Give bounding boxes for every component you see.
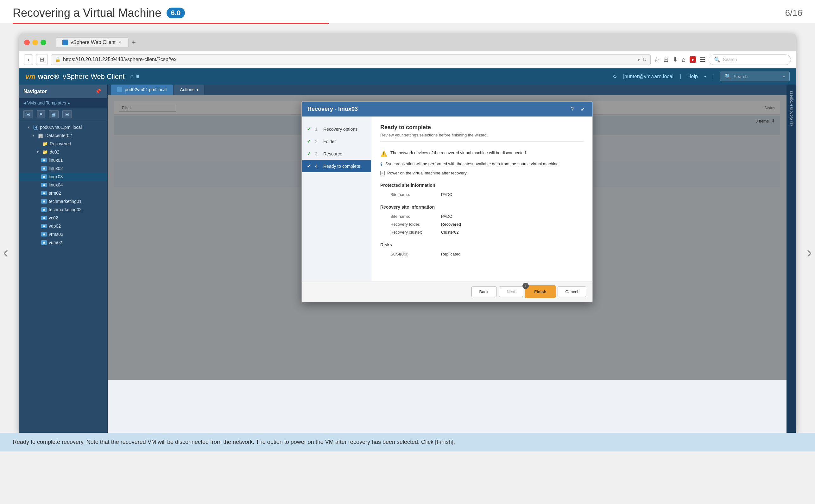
caption-bar: Ready to complete recovery. Note that th…: [0, 433, 815, 451]
protected-site-name-row: Site name: PADC: [381, 191, 583, 198]
expand-icon: ▾: [32, 133, 36, 138]
info-icon: ℹ: [380, 161, 382, 167]
prev-arrow[interactable]: ‹: [3, 243, 8, 261]
url-bar[interactable]: 🔒 https://10.20.181.225:9443/vsphere-cli…: [51, 54, 651, 65]
search-icon: 🔍: [714, 57, 720, 63]
step-1[interactable]: ✓ 1 Recovery options: [302, 123, 371, 135]
page-header: Recovering a Virtual Machine 6.0 6/16: [0, 0, 815, 23]
info-row: ℹ Synchronization will be performed with…: [380, 160, 584, 169]
vm-icon: ▣: [41, 216, 47, 220]
vm-icon: ▣: [41, 158, 47, 162]
maximize-button[interactable]: [41, 40, 46, 45]
close-button[interactable]: [24, 40, 30, 45]
tree-item-vrms02[interactable]: ▣ vrms02: [19, 230, 107, 238]
star-icon[interactable]: ☆: [654, 56, 660, 63]
protected-site-heading: Protected site information: [380, 183, 584, 188]
tree-item-linux04[interactable]: ▣ linux04: [19, 181, 107, 189]
browser-toolbar: ‹ ⊞ 🔒 https://10.20.181.225:9443/vsphere…: [19, 51, 796, 68]
tree-item-dc02-sub[interactable]: ▾ 📁 dc02: [19, 148, 107, 156]
tab-close-icon[interactable]: ✕: [118, 40, 122, 45]
home-icon[interactable]: ⌂: [682, 56, 685, 63]
browser-tab[interactable]: vSphere Web Client ✕: [56, 37, 129, 47]
tree-container: ▾ H pod02vm01.pml.local ▾ 🏢 Datacenter02…: [19, 121, 107, 249]
finish-container: 1 Finish: [526, 286, 555, 298]
main-tab-active[interactable]: pod02vm01.pml.local: [111, 85, 173, 95]
refresh-icon[interactable]: ↻: [642, 57, 647, 63]
vsphere-search-bar[interactable]: 🔍 Search ▾: [720, 72, 790, 81]
chevron-left-icon: ◂: [23, 100, 26, 105]
protected-site-table: Site name: PADC: [380, 190, 584, 199]
nav-icon-3[interactable]: ▦: [49, 110, 59, 118]
tree-item-vum02[interactable]: ▣ vum02: [19, 238, 107, 247]
vm-icon: ▣: [41, 199, 47, 204]
cancel-button[interactable]: Cancel: [558, 287, 586, 297]
disk-row: SCSI(0:0) Replicated: [381, 250, 583, 258]
tree-item-techmarketing02[interactable]: ▣ techmarketing02: [19, 205, 107, 214]
dialog-help-button[interactable]: ?: [569, 105, 576, 113]
step-2[interactable]: ✓ 2 Folder: [302, 135, 371, 148]
tree-item-host[interactable]: ▾ H pod02vm01.pml.local: [19, 123, 107, 131]
refresh-vsphere-icon[interactable]: ↻: [613, 73, 617, 79]
tree-item-srm02[interactable]: ▣ srm02: [19, 189, 107, 197]
work-in-progress-tab[interactable]: (1) Work In Progress: [787, 88, 795, 129]
nav-icon-1[interactable]: ⊞: [23, 110, 33, 118]
vsphere-search-dropdown[interactable]: ▾: [783, 74, 785, 79]
tree-item-vc02[interactable]: ▣ vc02: [19, 214, 107, 222]
navigator-tools: 📌: [93, 88, 103, 95]
tree-item-linux02[interactable]: ▣ linux02: [19, 164, 107, 173]
hamburger-nav-icon[interactable]: ≡: [136, 74, 139, 79]
help-dropdown-icon[interactable]: ▾: [704, 74, 706, 79]
extension-icon[interactable]: ●: [690, 56, 696, 63]
tree-item-vdp02[interactable]: ▣ vdp02: [19, 222, 107, 230]
step-1-check: ✓: [307, 126, 312, 132]
recovery-folder-row: Recovery folder: Recovered: [381, 221, 583, 228]
tree-item-dc02[interactable]: ▾ 🏢 Datacenter02: [19, 131, 107, 140]
actions-button[interactable]: Actions ▾: [174, 85, 204, 95]
dialog-content-area: Ready to complete Review your settings s…: [371, 117, 592, 281]
warning-row: ⚠️ The network devices of the recovered …: [380, 148, 584, 160]
step-4[interactable]: ✓ 4 Ready to complete: [302, 160, 371, 172]
navigator-header: Navigator 📌: [19, 85, 107, 98]
vm-icon: ▣: [41, 191, 47, 195]
tree-item-linux01[interactable]: ▣ linux01: [19, 156, 107, 164]
reader-icon[interactable]: ⊞: [663, 56, 669, 63]
next-button[interactable]: Next: [499, 287, 523, 297]
browser-search-bar[interactable]: 🔍 Search: [709, 54, 791, 65]
forward-button[interactable]: ⊞: [36, 54, 48, 65]
nav-icon-2[interactable]: ≡: [37, 110, 45, 118]
step-4-check: ✓: [307, 163, 312, 169]
recovery-site-heading: Recovery site information: [380, 205, 584, 210]
download-icon[interactable]: ⬇: [673, 56, 678, 63]
nav-icons-row: ⊞ ≡ ▦ ⊟: [19, 108, 107, 121]
tree-item-recovered[interactable]: 📁 Recovered: [19, 140, 107, 148]
pin-button[interactable]: 📌: [93, 88, 103, 95]
browser-window: vSphere Web Client ✕ + ‹ ⊞ 🔒 https://10.…: [19, 34, 796, 433]
dialog-expand-button[interactable]: ⤢: [579, 105, 587, 113]
tree-item-techmarketing01[interactable]: ▣ techmarketing01: [19, 197, 107, 205]
step-2-check: ✓: [307, 138, 312, 144]
nav-icon-4[interactable]: ⊟: [62, 110, 72, 118]
menu-icon[interactable]: ☰: [700, 56, 705, 63]
back-button[interactable]: ‹: [24, 54, 33, 65]
power-on-checkbox[interactable]: ✓: [380, 171, 385, 175]
warning-icon: ⚠️: [380, 150, 387, 157]
back-button[interactable]: Back: [471, 287, 496, 297]
host-icon: H: [34, 125, 38, 129]
vsphere-app: vmware® vSphere Web Client ⌂ ≡ ↻ jhunter…: [19, 68, 796, 433]
vms-and-templates-bar[interactable]: ◂ VMs and Templates ▸: [19, 98, 107, 108]
vm-icon: ▣: [41, 207, 47, 212]
browser-titlebar: vSphere Web Client ✕ +: [19, 34, 796, 51]
minimize-button[interactable]: [32, 40, 38, 45]
actions-dropdown-icon: ▾: [196, 87, 199, 92]
step-3[interactable]: ✓ 3 Resource: [302, 148, 371, 160]
next-arrow[interactable]: ›: [807, 243, 812, 261]
home-nav-icon[interactable]: ⌂: [130, 73, 134, 80]
caption-text: Ready to complete recovery. Note that th…: [13, 438, 802, 446]
version-badge: 6.0: [167, 8, 185, 18]
vm-icon: ▣: [41, 224, 47, 228]
tree-item-linux03[interactable]: ▣ linux03: [19, 173, 107, 181]
new-tab-button[interactable]: +: [129, 38, 139, 47]
finish-button[interactable]: Finish: [526, 286, 555, 298]
vsphere-body: Navigator 📌 ◂ VMs and Templates ▸ ⊞ ≡ ▦ …: [19, 85, 796, 433]
lock-icon: 🔒: [55, 57, 60, 62]
